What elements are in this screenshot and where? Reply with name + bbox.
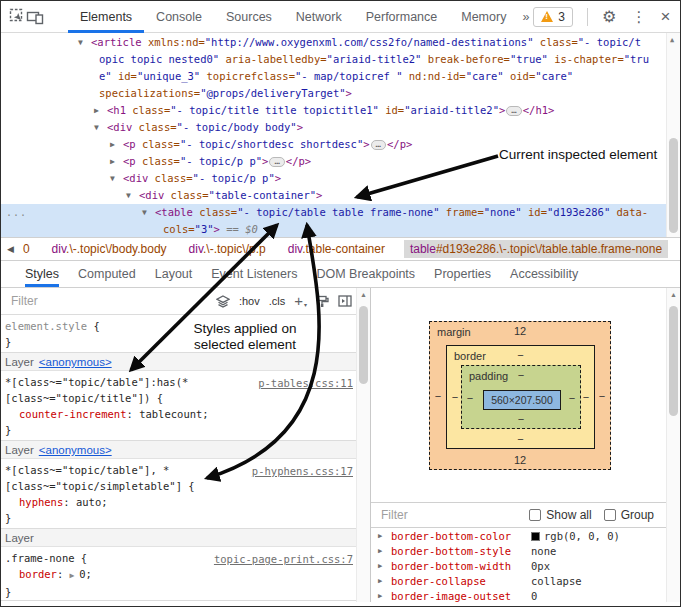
padding-left-value[interactable]: − xyxy=(464,392,476,404)
expand-chevron-icon[interactable]: ▶ xyxy=(378,589,382,602)
stylesheet-source-link[interactable]: p-hyphens.css:17 xyxy=(252,463,353,479)
tab-event-listeners[interactable]: Event Listeners xyxy=(211,261,297,287)
padding-bottom-value[interactable]: − xyxy=(462,413,580,425)
scrollbar-thumb[interactable] xyxy=(669,138,678,233)
tab-performance[interactable]: Performance xyxy=(354,1,450,33)
stylesheet-source-link[interactable]: topic-page-print.css:7 xyxy=(214,551,353,567)
more-options-icon[interactable]: ⋮ xyxy=(631,8,646,26)
new-style-rule-button[interactable]: +▾ xyxy=(294,295,307,308)
show-all-checkbox[interactable] xyxy=(529,509,541,521)
expand-chevron-icon[interactable]: ▼ xyxy=(110,170,115,187)
issues-badge[interactable]: 3 xyxy=(533,7,573,27)
breadcrumb-item[interactable]: div.table-container xyxy=(285,240,388,258)
tab-layout[interactable]: Layout xyxy=(155,261,193,287)
margin-top-value[interactable]: 12 xyxy=(430,325,610,337)
group-checkbox[interactable] xyxy=(604,509,616,521)
close-icon[interactable]: × xyxy=(660,7,670,27)
tab-computed[interactable]: Computed xyxy=(78,261,136,287)
computed-property-row[interactable]: ▶border-bottom-colorrgb(0, 0, 0) xyxy=(371,529,666,544)
dom-node-line[interactable]: ▶<h1 class="- topic/title title topictit… xyxy=(1,102,680,119)
group-toggle[interactable]: Group xyxy=(604,508,658,522)
device-toolbar-icon[interactable] xyxy=(26,6,44,28)
element-classes-button[interactable]: .cls xyxy=(269,295,286,307)
border-right-value[interactable]: − xyxy=(580,391,592,403)
layer-link[interactable]: <anonymous> xyxy=(39,444,112,456)
dom-node-line[interactable]: e" id="unique_3" topicrefclass="- map/to… xyxy=(1,68,680,85)
margin-right-value[interactable]: − xyxy=(596,390,608,402)
expand-chevron-icon[interactable]: ▼ xyxy=(78,34,83,51)
scrollbar-thumb[interactable] xyxy=(359,306,368,384)
collapsed-content-icon[interactable]: … xyxy=(269,157,284,167)
tab-styles[interactable]: Styles xyxy=(25,261,59,287)
tab-sources[interactable]: Sources xyxy=(214,1,284,33)
expand-value-icon[interactable]: ▶ xyxy=(70,571,80,580)
tab-accessibility[interactable]: Accessibility xyxy=(510,261,578,287)
expand-chevron-icon[interactable]: ▶ xyxy=(378,544,382,559)
pseudo-layers-icon[interactable] xyxy=(216,295,230,308)
layer-link[interactable]: <anonymous> xyxy=(39,356,112,368)
border-bottom-value[interactable]: − xyxy=(447,433,594,445)
dom-node-line[interactable]: cols="3"> == $0 xyxy=(1,221,680,238)
tab-dom-breakpoints[interactable]: DOM Breakpoints xyxy=(316,261,415,287)
settings-gear-icon[interactable]: ⚙ xyxy=(602,7,616,26)
scroll-up-icon[interactable]: ▲ xyxy=(360,291,367,298)
tab-memory[interactable]: Memory xyxy=(449,1,518,33)
expand-chevron-icon[interactable]: ▼ xyxy=(126,187,131,204)
dom-node-line[interactable]: ▼<div class="- topic/p p"> xyxy=(1,170,680,187)
padding-right-value[interactable]: − xyxy=(566,392,578,404)
computed-scrollbar[interactable]: ▲ xyxy=(666,288,680,602)
computed-filter-input[interactable] xyxy=(379,507,469,523)
toggle-sidebar-icon[interactable] xyxy=(338,295,352,307)
border-left-value[interactable]: − xyxy=(449,391,461,403)
breadcrumb-item[interactable]: div.\-.topic\/body.body xyxy=(49,240,170,258)
dom-node-line[interactable]: ▼<div class="table-container"> xyxy=(1,187,680,204)
computed-property-row[interactable]: ▶border-collapsecollapse xyxy=(371,574,666,589)
inspect-element-icon[interactable] xyxy=(9,6,26,28)
dom-node-line[interactable]: ▼<article xmlns:nd="http://www.oxygenxml… xyxy=(1,34,680,51)
css-declaration[interactable]: hyphens: auto; xyxy=(1,494,370,510)
dom-node-line[interactable]: ...▼<table class="- topic/table table fr… xyxy=(1,204,680,221)
expand-chevron-icon[interactable]: ▶ xyxy=(94,102,99,119)
expand-chevron-icon[interactable]: ▶ xyxy=(378,559,382,574)
scrollbar-thumb[interactable] xyxy=(669,306,678,416)
margin-left-value[interactable]: − xyxy=(432,390,444,402)
collapsed-content-icon[interactable]: … xyxy=(371,140,386,150)
box-model-padding[interactable]: padding − − − − 560×207.500 xyxy=(461,365,581,429)
css-selector[interactable]: [class~="topic/title"]) { xyxy=(1,390,370,406)
styles-filter-input[interactable] xyxy=(9,293,207,309)
styles-scrollbar[interactable]: ▲ xyxy=(356,288,370,602)
padding-top-value[interactable]: − xyxy=(462,369,580,381)
show-all-toggle[interactable]: Show all xyxy=(529,508,603,522)
rendering-emulation-icon[interactable] xyxy=(316,295,329,308)
breadcrumb-item[interactable]: 0 xyxy=(20,240,33,258)
box-model-margin[interactable]: margin 12 12 − − border − − − − padding … xyxy=(429,321,611,470)
collapsed-content-icon[interactable]: … xyxy=(506,106,521,116)
expand-chevron-icon[interactable]: ▶ xyxy=(110,153,115,170)
expand-chevron-icon[interactable]: ▼ xyxy=(94,119,99,136)
css-selector[interactable]: [class~="topic/simpletable"] { xyxy=(1,478,370,494)
stylesheet-source-link[interactable]: p-tables.css:11 xyxy=(258,375,353,391)
expand-chevron-icon[interactable]: ▼ xyxy=(142,204,147,221)
dom-node-line[interactable]: specializations="@props/deliveryTarget"> xyxy=(1,85,680,102)
tab-elements[interactable]: Elements xyxy=(68,1,144,33)
breadcrumb-item[interactable]: div.\-.topic\/p.p xyxy=(186,240,269,258)
box-model-border[interactable]: border − − − − padding − − − − 560×207 xyxy=(446,345,595,449)
dom-node-line[interactable]: opic topic nested0" aria-labelledby="ari… xyxy=(1,51,680,68)
scroll-up-icon[interactable]: ▲ xyxy=(670,291,677,298)
expand-chevron-icon[interactable]: ▶ xyxy=(378,574,382,589)
breadcrumb-item[interactable]: table#d193e286.\-.topic\/table.table.fra… xyxy=(404,240,668,258)
expand-chevron-icon[interactable]: ▶ xyxy=(110,136,115,153)
computed-property-row[interactable]: ▶border-image-outset0 xyxy=(371,589,666,602)
tab-console[interactable]: Console xyxy=(144,1,214,33)
computed-property-row[interactable]: ▶border-bottom-stylenone xyxy=(371,544,666,559)
dom-scrollbar[interactable]: ▲ xyxy=(666,33,680,238)
tab-network[interactable]: Network xyxy=(284,1,354,33)
node-options-icon[interactable]: ... xyxy=(6,204,27,221)
css-declaration[interactable]: border: ▶ 0; xyxy=(1,566,370,584)
more-tabs-icon[interactable]: » xyxy=(518,1,533,33)
breadcrumb-back-icon[interactable]: ◀ xyxy=(1,244,20,254)
css-declaration[interactable]: counter-increment: tablecount; xyxy=(1,406,370,422)
dom-node-line[interactable]: ▼<div class="- topic/body body"> xyxy=(1,119,680,136)
tab-properties[interactable]: Properties xyxy=(434,261,491,287)
scroll-up-icon[interactable]: ▲ xyxy=(670,36,674,44)
